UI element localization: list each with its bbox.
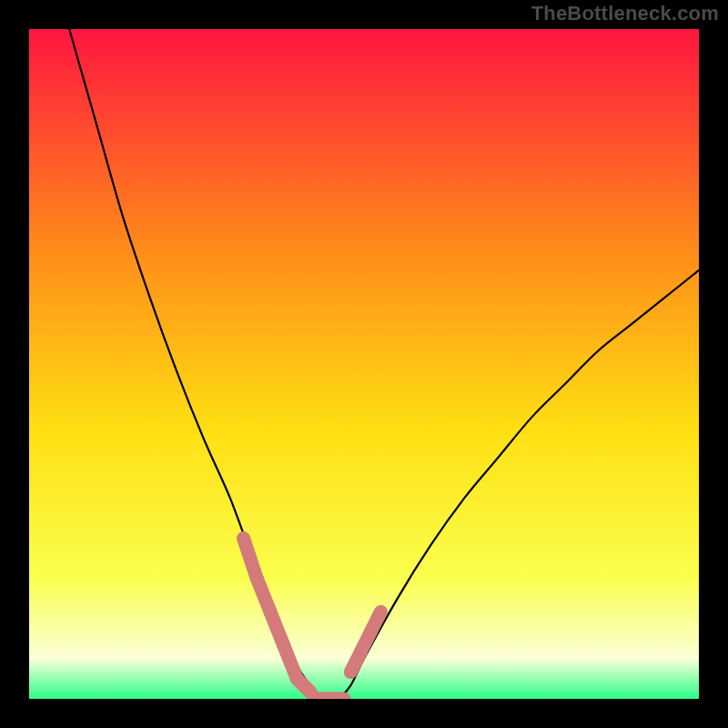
chart-frame: TheBottleneck.com [0, 0, 728, 728]
marker-segment [370, 612, 380, 632]
bottleneck-chart [29, 29, 699, 699]
marker-segment [297, 679, 310, 693]
attribution-label: TheBottleneck.com [531, 2, 719, 25]
gradient-background [29, 29, 699, 699]
plot-area [29, 29, 699, 699]
